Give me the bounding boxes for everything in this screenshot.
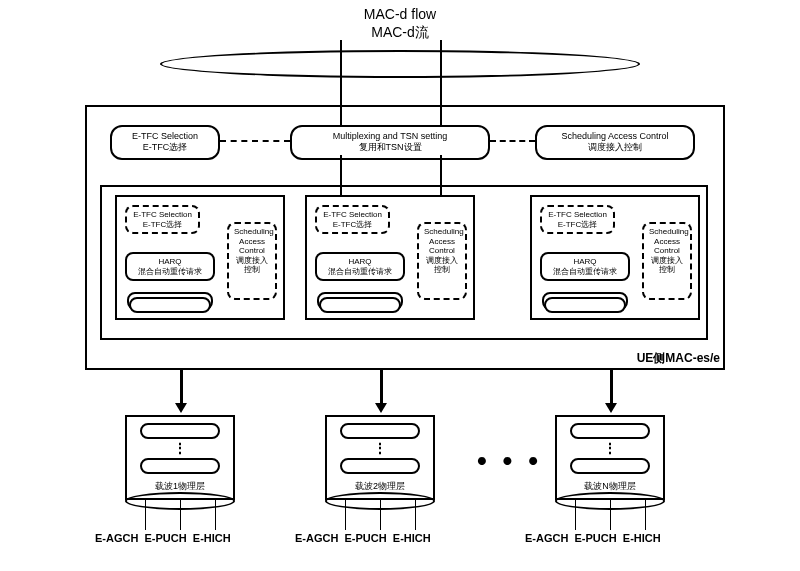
hich-label: E-HICH: [193, 532, 231, 544]
chan-line: [180, 500, 181, 530]
top-ellipse: [160, 50, 640, 78]
agch-label: E-AGCH: [95, 532, 138, 544]
etfc-en: E-TFC Selection: [120, 131, 210, 141]
phy-slot: [570, 458, 650, 474]
chan-line: [145, 500, 146, 530]
arrow-head-3: [605, 403, 617, 413]
phy-slot: [340, 458, 420, 474]
title-en: MAC-d flow: [0, 5, 800, 23]
phy-dots: ⋮: [127, 445, 233, 452]
phy-layer-1: ⋮ 载波1物理层: [125, 415, 235, 500]
arrow-head-1: [175, 403, 187, 413]
connector-right: [490, 140, 535, 142]
carrier2-etfc: E-TFC Selection E-TFC选择: [315, 205, 390, 234]
phy-dots: ⋮: [327, 445, 433, 452]
phy-slot: [140, 423, 220, 439]
phy-slot: [340, 423, 420, 439]
connector-left: [220, 140, 290, 142]
phy-slot: [570, 423, 650, 439]
hich-label: E-HICH: [393, 532, 431, 544]
carrier-block-2: E-TFC Selection E-TFC选择 Scheduling Acces…: [305, 195, 475, 320]
chan-line: [415, 500, 416, 530]
chan-line: [345, 500, 346, 530]
arrow-head-2: [375, 403, 387, 413]
carrier2-sched: Scheduling Access Control 调度接入控制: [417, 222, 467, 300]
chan-line: [380, 500, 381, 530]
ue-side-label: UE侧MAC-es/e: [637, 350, 720, 367]
mux-zh: 复用和TSN设置: [300, 141, 480, 154]
phy-slot: [140, 458, 220, 474]
mux-en: Multiplexing and TSN setting: [300, 131, 480, 141]
carrier1-harq: HARQ 混合自动重传请求: [125, 252, 215, 281]
hich-label: E-HICH: [623, 532, 661, 544]
puch-label: E-PUCH: [345, 532, 387, 544]
carrier-block-n: E-TFC Selection E-TFC选择 Scheduling Acces…: [530, 195, 700, 320]
chan-line: [645, 500, 646, 530]
harq-stack-nb: [544, 297, 626, 313]
phy-layer-n: ⋮ 载波N物理层: [555, 415, 665, 500]
sched-en: Scheduling Access Control: [545, 131, 685, 141]
sched-zh: 调度接入控制: [545, 141, 685, 154]
scheduling-box: Scheduling Access Control 调度接入控制: [535, 125, 695, 160]
chan-line: [575, 500, 576, 530]
channel-labels-1: E-AGCH E-PUCH E-HICH: [95, 532, 231, 544]
carrier2-harq: HARQ 混合自动重传请求: [315, 252, 405, 281]
diagram-title: MAC-d flow MAC-d流: [0, 5, 800, 41]
agch-label: E-AGCH: [525, 532, 568, 544]
carriern-etfc: E-TFC Selection E-TFC选择: [540, 205, 615, 234]
arrow-2: [380, 370, 383, 405]
carrier1-sched: Scheduling Access Control 调度接入控制: [227, 222, 277, 300]
carriern-sched: Scheduling Access Control 调度接入控制: [642, 222, 692, 300]
puch-label: E-PUCH: [145, 532, 187, 544]
etfc-selection-box: E-TFC Selection E-TFC选择: [110, 125, 220, 160]
agch-label: E-AGCH: [295, 532, 338, 544]
channel-labels-3: E-AGCH E-PUCH E-HICH: [525, 532, 661, 544]
chan-line: [610, 500, 611, 530]
ellipsis-dots: • • •: [477, 445, 542, 477]
channel-labels-2: E-AGCH E-PUCH E-HICH: [295, 532, 431, 544]
carrier-block-1: E-TFC Selection E-TFC选择 Scheduling Acces…: [115, 195, 285, 320]
arrow-3: [610, 370, 613, 405]
phy-dots: ⋮: [557, 445, 663, 452]
carrier1-etfc: E-TFC Selection E-TFC选择: [125, 205, 200, 234]
arrow-1: [180, 370, 183, 405]
etfc-zh: E-TFC选择: [120, 141, 210, 154]
title-zh: MAC-d流: [0, 23, 800, 41]
harq-stack-1b: [129, 297, 211, 313]
chan-line: [215, 500, 216, 530]
puch-label: E-PUCH: [575, 532, 617, 544]
harq-stack-2b: [319, 297, 401, 313]
multiplexing-box: Multiplexing and TSN setting 复用和TSN设置: [290, 125, 490, 160]
carriern-harq: HARQ 混合自动重传请求: [540, 252, 630, 281]
phy-layer-2: ⋮ 载波2物理层: [325, 415, 435, 500]
